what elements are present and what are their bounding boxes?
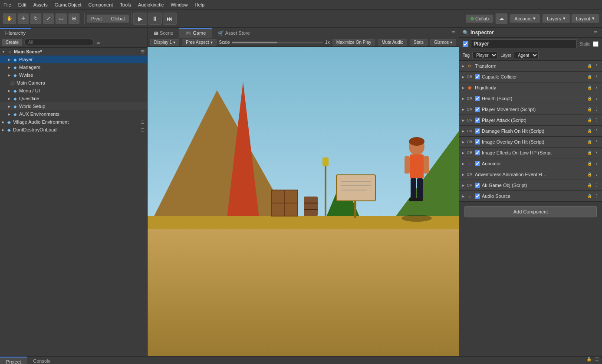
menu-tools[interactable]: Tools <box>116 1 135 8</box>
health-active-checkbox[interactable] <box>475 96 480 101</box>
hier-item-village-audio[interactable]: ▶ ◆ Village Audio Environment ☰ <box>0 118 147 126</box>
menu-file[interactable]: File <box>0 1 15 8</box>
display-selector[interactable]: Display 1 ▾ <box>150 39 179 46</box>
component-rigidbody-header[interactable]: ▶ ⬟ Rigidbody 🔒 ⋮ <box>459 82 602 93</box>
movement-active-checkbox[interactable] <box>475 107 480 112</box>
move-tool-btn[interactable]: ✛ <box>17 13 29 24</box>
damageflash-active-checkbox[interactable] <box>475 128 480 134</box>
scale-bar[interactable] <box>232 42 324 43</box>
menu-gameobject[interactable]: GameObject <box>51 1 85 8</box>
static-checkbox[interactable] <box>593 41 599 47</box>
cloud-btn[interactable]: ☁ <box>495 13 508 24</box>
akgobj-more-icon[interactable]: ⋮ <box>593 182 599 188</box>
component-animevt-header[interactable]: ▶ CR Adventuress Animation Event H… 🔒 ⋮ <box>459 169 602 180</box>
animator-lock-icon[interactable]: 🔒 <box>586 161 592 167</box>
overlay-more-icon[interactable]: ⋮ <box>593 139 599 145</box>
transform-lock-icon[interactable]: 🔒 <box>586 63 592 69</box>
hierarchy-scene-root[interactable]: ▼ ≡ Main Scene* ☰ <box>0 48 147 56</box>
global-btn[interactable]: Global <box>106 14 129 23</box>
lhp-active-checkbox[interactable] <box>475 150 480 155</box>
akgobj-active-checkbox[interactable] <box>475 183 480 188</box>
scale-tool-btn[interactable]: ⤢ <box>43 13 54 24</box>
health-lock-icon[interactable]: 🔒 <box>586 95 592 102</box>
hierarchy-tab[interactable]: Hierarchy <box>0 28 31 37</box>
add-component-btn[interactable]: Add Component <box>464 206 597 217</box>
damageflash-more-icon[interactable]: ⋮ <box>593 128 599 134</box>
movement-more-icon[interactable]: ⋮ <box>593 106 599 112</box>
component-capsule-collider-header[interactable]: ▶ CR Capsule Collider 🔒 ⋮ <box>459 72 602 82</box>
animevt-more-icon[interactable]: ⋮ <box>593 171 599 177</box>
aspect-selector[interactable]: Free Aspect ▾ <box>182 39 216 46</box>
overlay-active-checkbox[interactable] <box>475 139 480 144</box>
step-btn[interactable]: ⏭ <box>163 13 177 25</box>
menu-edit[interactable]: Edit <box>15 1 30 8</box>
component-lhp-header[interactable]: ▶ CR Image Effects On Low HP (Script 🔒 ⋮ <box>459 148 602 158</box>
project-tab[interactable]: Project <box>0 357 27 364</box>
component-overlay-header[interactable]: ▶ CR Image Overlay On Hit (Script) 🔒 ⋮ <box>459 137 602 147</box>
game-tab[interactable]: 🎮 Game <box>179 28 212 38</box>
hand-tool-btn[interactable]: ✋ <box>3 13 16 24</box>
hier-item-main-camera[interactable]: 🎥 Main Camera <box>0 79 147 87</box>
obj-name-field[interactable] <box>471 39 577 48</box>
component-attack-header[interactable]: ▶ CR Player Attack (Script) 🔒 ⋮ <box>459 115 602 125</box>
gizmos-btn[interactable]: Gizmos ▾ <box>430 39 456 46</box>
lhp-lock-icon[interactable]: 🔒 <box>586 150 592 156</box>
layers-btn[interactable]: Layers ▾ <box>542 14 570 23</box>
hier-item-wwise[interactable]: ▶ ◆ Wwise <box>0 71 147 79</box>
console-tab[interactable]: Console <box>27 357 56 364</box>
hier-item-questline[interactable]: ▶ ◆ Questline <box>0 95 147 102</box>
stats-btn[interactable]: Stats <box>410 39 428 46</box>
hier-create-btn[interactable]: Create <box>2 39 23 46</box>
audio-lock-icon[interactable]: 🔒 <box>586 193 592 199</box>
menu-window[interactable]: Window <box>167 1 191 8</box>
transform-more-icon[interactable]: ⋮ <box>593 63 599 69</box>
hier-item-dontdestroy[interactable]: ▶ ◆ DontDestroyOnLoad ☰ <box>0 126 147 134</box>
damageflash-lock-icon[interactable]: 🔒 <box>586 128 592 134</box>
hier-item-managers[interactable]: ▶ ◆ Managers <box>0 63 147 71</box>
component-animator-header[interactable]: ▶ ▷ Animator 🔒 ⋮ <box>459 158 602 169</box>
menu-audiokinetic[interactable]: Audiokinetic <box>135 1 167 8</box>
rigidbody-lock-icon[interactable]: 🔒 <box>586 85 592 91</box>
collider-more-icon[interactable]: ⋮ <box>593 74 599 80</box>
component-health-header[interactable]: ▶ CR Health (Script) 🔒 ⋮ <box>459 93 602 104</box>
movement-lock-icon[interactable]: 🔒 <box>586 106 592 112</box>
hier-item-menu-ui[interactable]: ▶ ◆ Menu / UI <box>0 87 147 95</box>
obj-active-checkbox[interactable] <box>463 41 468 47</box>
scene-tab[interactable]: 🏔 Scene <box>148 28 179 37</box>
attack-more-icon[interactable]: ⋮ <box>593 117 599 123</box>
account-btn[interactable]: Account ▾ <box>510 14 540 23</box>
component-audio-header[interactable]: ▶ ♪ Audio Source 🔒 ⋮ <box>459 191 602 201</box>
hier-item-player[interactable]: ▶ ◆ Player <box>0 56 147 63</box>
rect-tool-btn[interactable]: ▭ <box>55 13 67 24</box>
pause-btn[interactable]: ⏸ <box>148 13 162 25</box>
collab-btn[interactable]: Collab <box>466 14 493 23</box>
overlay-lock-icon[interactable]: 🔒 <box>586 139 592 145</box>
maximize-on-play-btn[interactable]: Maximize On Play <box>332 39 375 46</box>
animator-more-icon[interactable]: ⋮ <box>593 161 599 167</box>
asset-store-tab[interactable]: 🛒 Asset Store <box>212 28 256 38</box>
audio-active-checkbox[interactable] <box>475 193 480 199</box>
health-more-icon[interactable]: ⋮ <box>593 95 599 102</box>
component-akgobj-header[interactable]: ▶ CR Ak Game Obj (Script) 🔒 ⋮ <box>459 180 602 190</box>
audio-more-icon[interactable]: ⋮ <box>593 193 599 199</box>
collider-active-checkbox[interactable] <box>475 74 480 79</box>
play-btn[interactable]: ▶ <box>133 13 147 25</box>
lhp-more-icon[interactable]: ⋮ <box>593 150 599 156</box>
pivot-btn[interactable]: Pivot <box>86 14 106 23</box>
rotate-tool-btn[interactable]: ↻ <box>30 13 42 24</box>
mute-audio-btn[interactable]: Mute Audio <box>378 39 407 46</box>
component-transform-header[interactable]: ▶ ⟳ Transform 🔒 ⋮ <box>459 61 602 71</box>
akgobj-lock-icon[interactable]: 🔒 <box>586 182 592 188</box>
tag-selector[interactable]: Player <box>472 52 498 59</box>
multi-tool-btn[interactable]: ⊞ <box>68 13 80 24</box>
animevt-lock-icon[interactable]: 🔒 <box>586 171 592 177</box>
layout-btn[interactable]: Layout ▾ <box>571 14 599 23</box>
attack-active-checkbox[interactable] <box>475 118 480 123</box>
collider-lock-icon[interactable]: 🔒 <box>586 74 592 80</box>
animator-active-checkbox[interactable] <box>475 161 480 166</box>
attack-lock-icon[interactable]: 🔒 <box>586 117 592 123</box>
component-movement-header[interactable]: ▶ CR Player Movement (Script) 🔒 ⋮ <box>459 104 602 115</box>
hier-search-input[interactable] <box>24 39 94 46</box>
hier-item-aux[interactable]: ▶ ◆ AUX Environments <box>0 110 147 118</box>
menu-component[interactable]: Component <box>85 1 116 8</box>
